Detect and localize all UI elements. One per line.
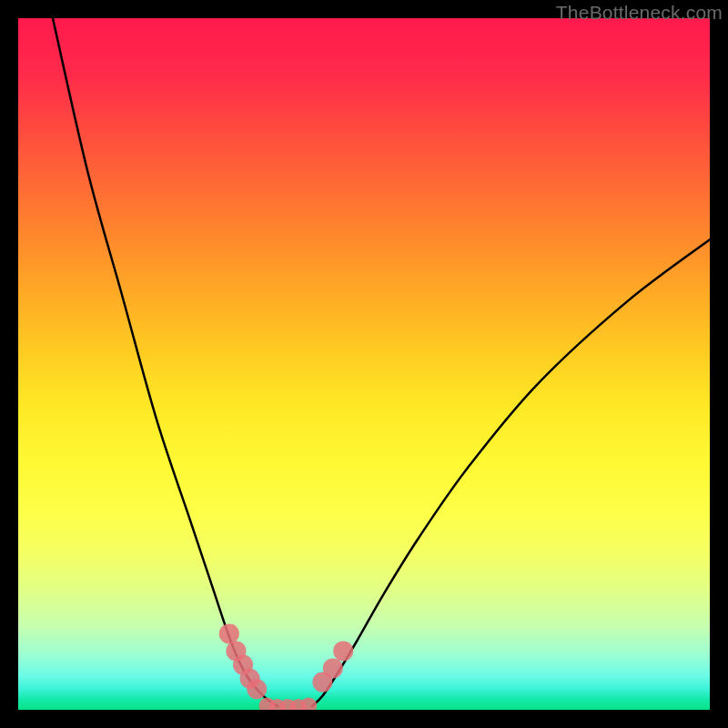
chart-frame — [18, 18, 710, 710]
marker-bottom-band — [300, 697, 317, 710]
curve-right-curve — [312, 239, 710, 706]
marker-markers-right — [323, 658, 343, 678]
watermark-text: TheBottleneck.com — [556, 2, 723, 24]
curve-left-curve — [53, 18, 278, 706]
marker-markers-right — [333, 641, 353, 661]
marker-markers-left — [247, 679, 267, 699]
marker-markers-left — [219, 623, 239, 643]
chart-svg — [18, 18, 710, 710]
